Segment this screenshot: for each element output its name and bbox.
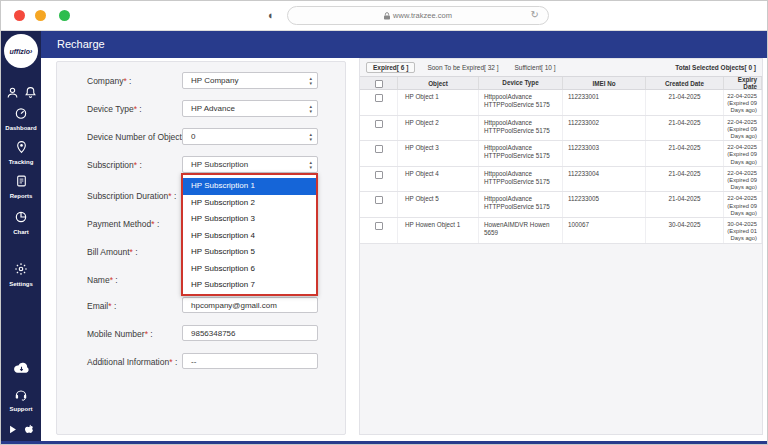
dropdown-option[interactable]: HP Subscription 4 (183, 228, 316, 245)
form-row-device-number: Device Number of Object* : 0 ▴▾ (87, 128, 319, 146)
device-type-select-value: HP Advance (191, 104, 235, 113)
tab-expired[interactable]: Expired[ 6 ] (366, 62, 415, 73)
sidebar-item-label: Settings (1, 281, 41, 287)
sidebar-item-support[interactable]: Support (1, 386, 41, 412)
device-type-cell: HttppoolAdvanceHTTPPoolService 5175 (479, 167, 563, 192)
object-cell: HP Object 2 (398, 116, 479, 141)
subscription-select[interactable]: HP Subscription ▴▾ (182, 156, 318, 173)
dropdown-option[interactable]: HP Subscription 7 (183, 277, 316, 294)
imei-cell: 112233001 (563, 90, 646, 115)
field-label: Additional Information (87, 357, 169, 367)
sidebar-item-label: Dashboard (1, 125, 41, 131)
sidebar-item-tracking[interactable]: Tracking (1, 139, 41, 165)
sidebar-item-dashboard[interactable]: Dashboard (1, 105, 41, 131)
tab-sufficient[interactable]: Sufficient[ 10 ] (514, 64, 555, 71)
table-row: HP Object 5 HttppoolAdvanceHTTPPoolServi… (360, 192, 762, 218)
updown-stepper-icon: ▴▾ (309, 76, 312, 86)
imei-cell: 112233005 (563, 192, 646, 217)
app-header: Recharge (1, 31, 767, 58)
email-field[interactable]: hpcompany@gmail.com (182, 297, 318, 313)
expiry-date-cell: 22-04-2025(Expired 09Days ago) (724, 192, 762, 217)
column-header-device-type: Device Type (479, 77, 563, 89)
expiry-date-cell: 22-04-2025(Expired 09Days ago) (724, 141, 762, 166)
sidebar: uffizio› Dashboard Tracking Rep (1, 31, 41, 444)
device-type-select[interactable]: HP Advance ▴▾ (182, 100, 318, 117)
maximize-window-button[interactable] (59, 10, 70, 21)
object-cell: HP Object 3 (398, 141, 479, 166)
dark-mode-icon[interactable]: ◐ (268, 9, 275, 22)
device-type-cell: HttppoolAdvanceHTTPPoolService 5175 (479, 90, 563, 115)
address-bar[interactable]: www.trakzee.com ↻ (287, 6, 549, 25)
row-checkbox[interactable] (375, 120, 383, 128)
table-row: HP Howen Object 1 HowenAIMDVR Howen 5659… (360, 218, 762, 244)
sidebar-item-chart[interactable]: Chart (1, 209, 41, 235)
table-row: HP Object 2 HttppoolAdvanceHTTPPoolServi… (360, 116, 762, 142)
bell-icon[interactable] (24, 85, 37, 103)
sidebar-item-reports[interactable]: Reports (1, 173, 41, 199)
page-title: Recharge (57, 31, 105, 58)
playstore-icon[interactable] (8, 421, 18, 439)
dropdown-option[interactable]: HP Subscription 3 (183, 211, 316, 228)
company-select[interactable]: HP Company ▴▾ (182, 72, 318, 89)
form-row-mobile-number: Mobile Number* : 9856348756 (87, 325, 319, 343)
window-bottom-border (1, 441, 767, 444)
field-label: Name (87, 275, 110, 285)
field-label: Subscription (87, 160, 134, 170)
row-checkbox[interactable] (375, 196, 383, 204)
field-label: Company (87, 76, 123, 86)
mobile-number-field[interactable]: 9856348756 (182, 325, 318, 341)
browser-chrome: ◐ www.trakzee.com ↻ (1, 1, 767, 31)
expiry-date-cell: 22-04-2025(Expired 09Days ago) (724, 116, 762, 141)
field-label: Device Number of Object (87, 132, 182, 142)
url-text: www.trakzee.com (393, 11, 452, 20)
row-checkbox[interactable] (375, 171, 383, 179)
dropdown-option[interactable]: HP Subscription 2 (183, 195, 316, 212)
lock-icon (384, 12, 390, 20)
sidebar-item-label: Chart (1, 229, 41, 235)
object-cell: HP Object 4 (398, 167, 479, 192)
device-type-cell: HttppoolAdvanceHTTPPoolService 5175 (479, 192, 563, 217)
refresh-icon[interactable]: ↻ (531, 9, 539, 20)
device-number-select-value: 0 (191, 132, 195, 141)
field-label: Payment Method (87, 219, 151, 229)
app-logo[interactable]: uffizio› (4, 34, 38, 68)
expiry-date-cell: 22-04-2025(Expired 09Days ago) (724, 167, 762, 192)
additional-information-field[interactable]: -- (182, 353, 318, 369)
imei-cell: 112233003 (563, 141, 646, 166)
device-type-cell: HttppoolAdvanceHTTPPoolService 5175 (479, 141, 563, 166)
email-field-value: hpcompany@gmail.com (191, 301, 277, 310)
field-label: Subscription Duration (87, 191, 168, 201)
updown-stepper-icon: ▴▾ (309, 104, 312, 114)
row-checkbox[interactable] (375, 145, 383, 153)
table-row: HP Object 4 HttppoolAdvanceHTTPPoolServi… (360, 167, 762, 193)
close-window-button[interactable] (14, 10, 25, 21)
dropdown-option[interactable]: HP Subscription 1 (183, 178, 316, 195)
mobile-number-field-value: 9856348756 (191, 329, 236, 338)
column-header-expiry-date: Expiry Date (724, 77, 762, 89)
row-checkbox[interactable] (375, 222, 383, 230)
select-all-checkbox[interactable] (375, 80, 383, 88)
dropdown-option[interactable]: HP Subscription 6 (183, 261, 316, 278)
additional-information-field-value: -- (191, 357, 196, 366)
minimize-window-button[interactable] (35, 10, 46, 21)
user-icon[interactable] (6, 85, 19, 103)
sidebar-item-settings[interactable]: Settings (1, 261, 41, 287)
column-header-created-date: Created Date (646, 77, 724, 89)
column-header-object: Object (398, 77, 479, 89)
sidebar-item-label: Tracking (1, 159, 41, 165)
sidebar-item-cloud-download[interactable] (1, 359, 41, 378)
tab-soon-to-be-expired[interactable]: Soon To be Expired[ 32 ] (427, 64, 498, 71)
field-label: Device Type (87, 104, 134, 114)
gear-icon (14, 262, 28, 280)
object-cell: HP Howen Object 1 (398, 218, 479, 243)
form-row-device-type: Device Type* : HP Advance ▴▾ (87, 100, 319, 118)
row-checkbox[interactable] (375, 94, 383, 102)
field-label: Email (87, 301, 108, 311)
apple-icon[interactable] (24, 421, 35, 439)
form-row-company: Company* : HP Company ▴▾ (87, 72, 319, 90)
table-header-row: Object Device Type IMEI No Created Date … (360, 76, 762, 90)
device-number-select[interactable]: 0 ▴▾ (182, 128, 318, 145)
created-date-cell: 21-04-2025 (646, 90, 724, 115)
dropdown-option[interactable]: HP Subscription 5 (183, 244, 316, 261)
expiry-date-cell: 30-04-2025(Expired 01Days ago) (724, 218, 762, 243)
